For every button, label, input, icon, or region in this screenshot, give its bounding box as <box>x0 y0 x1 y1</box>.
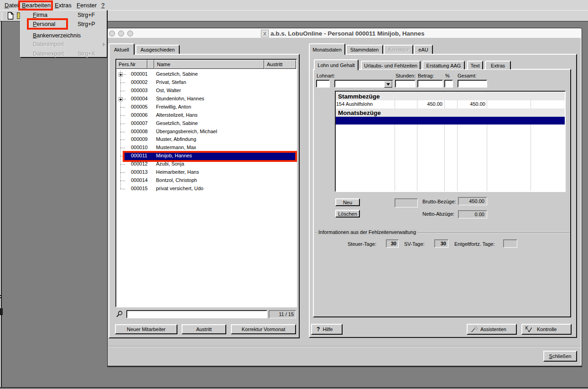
svg-text:K: K <box>526 326 529 331</box>
